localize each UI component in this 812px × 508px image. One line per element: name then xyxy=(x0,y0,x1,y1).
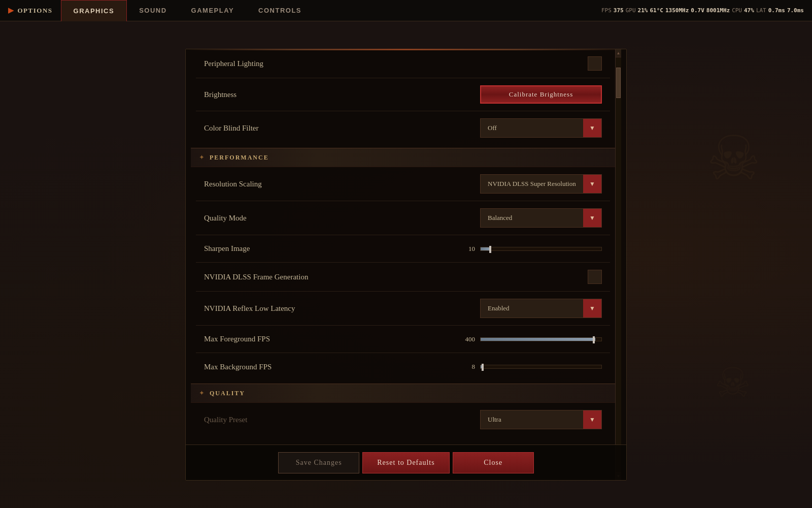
reflex-low-latency-dropdown[interactable]: Enabled ▼ xyxy=(480,299,602,318)
sharpen-image-label: Sharpen Image xyxy=(204,244,250,253)
dlss-frame-gen-checkbox[interactable] xyxy=(588,270,602,284)
options-button[interactable]: ▶ OPTIONS xyxy=(0,0,61,21)
setting-peripheral-lighting: Peripheral Lighting xyxy=(196,49,610,78)
main-content: ☠ ☠ Peripheral Lighting Brightn xyxy=(0,21,812,508)
scrollbar-arrow-up[interactable]: ▲ xyxy=(616,49,622,57)
tab-controls[interactable]: CONTROLS xyxy=(246,0,314,21)
cpu-value: 47% xyxy=(744,7,754,14)
quality-mode-arrow[interactable]: ▼ xyxy=(583,209,601,227)
scrollbar[interactable]: ▲ ▼ xyxy=(615,49,621,480)
skull-decoration-top: ☠ xyxy=(706,123,761,194)
calibrate-brightness-button[interactable]: Calibrate Brightness xyxy=(480,85,602,104)
tab-graphics[interactable]: GRAPHICS xyxy=(61,0,127,21)
color-blind-filter-label: Color Blind Filter xyxy=(204,124,259,133)
sharpen-image-slider-container: 10 xyxy=(457,245,602,253)
performance-header-text: PERFORMANCE xyxy=(210,154,269,162)
skull-decoration-bottom: ☠ xyxy=(715,359,751,406)
options-arrow-icon: ▶ xyxy=(8,6,15,15)
gpu-label: GPU xyxy=(626,7,636,14)
performance-header-icon: ✦ xyxy=(199,153,205,162)
brightness-label: Brightness xyxy=(204,90,236,99)
options-label: OPTIONS xyxy=(18,7,53,15)
quality-section-header: ✦ QUALITY xyxy=(191,384,615,403)
fps-bar: FPS 375 GPU 21% 61°C 1350MHz 0.7V 8001MH… xyxy=(601,7,812,14)
top-bar: ▶ OPTIONS GRAPHICS SOUND GAMEPLAY CONTRO… xyxy=(0,0,812,21)
max-fg-fps-slider-container: 400 xyxy=(457,335,602,343)
lat2-value: 7.0ms xyxy=(787,7,804,14)
setting-reflex-low-latency: NVIDIA Reflex Low Latency Enabled ▼ xyxy=(196,292,610,326)
color-blind-filter-dropdown[interactable]: Off ▼ xyxy=(480,118,602,138)
setting-quality-mode: Quality Mode Balanced ▼ xyxy=(196,201,610,235)
resolution-scaling-dropdown[interactable]: NVIDIA DLSS Super Resolution ▼ xyxy=(480,174,602,194)
resolution-scaling-arrow[interactable]: ▼ xyxy=(583,175,601,193)
performance-section-header: ✦ PERFORMANCE xyxy=(191,148,615,167)
close-button[interactable]: Close xyxy=(453,452,534,473)
quality-mode-value: Balanced xyxy=(481,210,583,226)
quality-header-text: QUALITY xyxy=(210,390,245,397)
setting-resolution-scaling: Resolution Scaling NVIDIA DLSS Super Res… xyxy=(196,167,610,201)
peripheral-lighting-checkbox[interactable] xyxy=(588,56,602,71)
color-blind-filter-value: Off xyxy=(481,120,583,136)
sharpen-image-thumb xyxy=(489,246,491,253)
max-bg-fps-slider[interactable] xyxy=(480,365,602,369)
quality-preset-dropdown[interactable]: Ultra ▼ xyxy=(480,410,602,429)
dlss-frame-gen-label: NVIDIA DLSS Frame Generation xyxy=(204,273,308,281)
max-fg-fps-slider[interactable] xyxy=(480,337,602,341)
reflex-low-latency-label: NVIDIA Reflex Low Latency xyxy=(204,304,295,313)
bottom-bar: Save Changes Reset to Defaults Close xyxy=(186,444,626,480)
color-blind-filter-arrow[interactable]: ▼ xyxy=(583,119,601,137)
quality-header-icon: ✦ xyxy=(199,389,205,397)
tab-sound[interactable]: SOUND xyxy=(127,0,179,21)
nav-left: ▶ OPTIONS GRAPHICS SOUND GAMEPLAY CONTRO… xyxy=(0,0,314,21)
sharpen-image-value: 10 xyxy=(457,245,475,253)
setting-brightness: Brightness Calibrate Brightness xyxy=(196,78,610,111)
quality-mode-dropdown[interactable]: Balanced ▼ xyxy=(480,208,602,228)
nav-tabs: GRAPHICS SOUND GAMEPLAY CONTROLS xyxy=(61,0,314,21)
setting-dlss-frame-gen: NVIDIA DLSS Frame Generation xyxy=(196,263,610,292)
scroll-area: Peripheral Lighting Brightness Calibrate… xyxy=(191,49,621,480)
gpu-volt: 0.7V xyxy=(691,7,704,14)
gpu-freq: 1350MHz xyxy=(665,7,689,14)
tab-gameplay[interactable]: GAMEPLAY xyxy=(179,0,246,21)
reset-defaults-button[interactable]: Reset to Defaults xyxy=(362,452,449,473)
quality-preset-value: Ultra xyxy=(481,411,583,428)
max-fg-fps-fill xyxy=(481,338,595,341)
max-bg-fps-slider-container: 8 xyxy=(457,363,602,371)
quality-preset-arrow[interactable]: ▼ xyxy=(583,410,601,429)
save-changes-button[interactable]: Save Changes xyxy=(278,452,359,473)
reflex-low-latency-value: Enabled xyxy=(481,300,583,316)
resolution-scaling-value: NVIDIA DLSS Super Resolution xyxy=(481,176,583,192)
max-fg-fps-thumb xyxy=(593,336,595,343)
fps-value: 375 xyxy=(614,7,624,14)
setting-max-bg-fps: Max Background FPS 8 xyxy=(196,353,610,380)
setting-quality-preset: Quality Preset Ultra ▼ xyxy=(196,403,610,436)
quality-mode-label: Quality Mode xyxy=(204,214,247,223)
mem-val: 8001MHz xyxy=(706,7,730,14)
setting-color-blind-filter: Color Blind Filter Off ▼ xyxy=(196,111,610,145)
panel-content: Peripheral Lighting Brightness Calibrate… xyxy=(186,49,626,480)
scrollbar-thumb[interactable] xyxy=(616,68,621,98)
quality-preset-label: Quality Preset xyxy=(204,416,247,424)
quality-section: Quality Preset Ultra ▼ xyxy=(191,403,615,436)
reflex-low-latency-arrow[interactable]: ▼ xyxy=(583,299,601,318)
fps-label: FPS xyxy=(601,7,612,14)
settings-panel: Peripheral Lighting Brightness Calibrate… xyxy=(185,49,627,481)
setting-max-fg-fps: Max Foreground FPS 400 xyxy=(196,326,610,353)
lat-label: LAT xyxy=(756,7,766,14)
max-bg-fps-label: Max Background FPS xyxy=(204,363,272,371)
max-bg-fps-value: 8 xyxy=(457,363,475,371)
peripheral-lighting-label: Peripheral Lighting xyxy=(204,59,263,68)
display-section: Peripheral Lighting Brightness Calibrate… xyxy=(191,49,615,145)
max-bg-fps-thumb xyxy=(482,364,484,371)
panel-inner: Peripheral Lighting Brightness Calibrate… xyxy=(191,49,621,436)
sharpen-image-slider[interactable] xyxy=(480,247,602,251)
gpu-value: 21% xyxy=(638,7,648,14)
resolution-scaling-label: Resolution Scaling xyxy=(204,180,262,188)
setting-sharpen-image: Sharpen Image 10 xyxy=(196,235,610,263)
max-fg-fps-value: 400 xyxy=(457,335,475,343)
cpu-label: CPU xyxy=(732,7,742,14)
gpu-temp: 61°C xyxy=(650,7,663,14)
max-fg-fps-label: Max Foreground FPS xyxy=(204,335,270,343)
performance-section: Resolution Scaling NVIDIA DLSS Super Res… xyxy=(191,167,615,380)
scrollbar-track[interactable] xyxy=(616,57,621,480)
